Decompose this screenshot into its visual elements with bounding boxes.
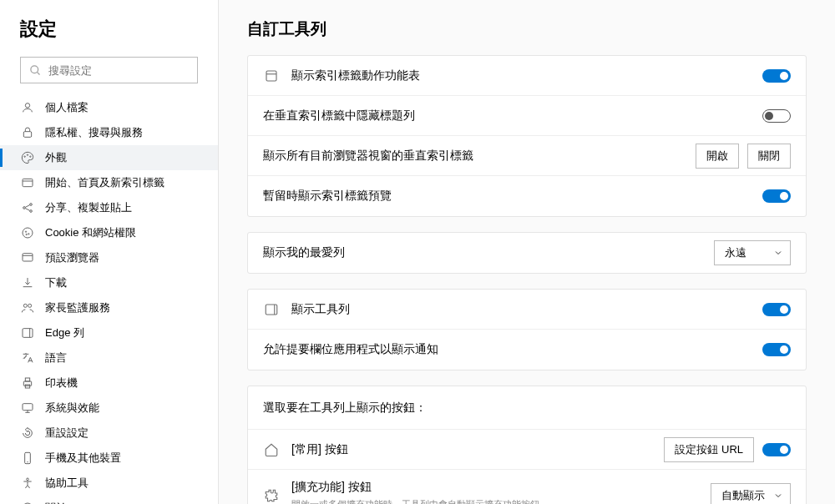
toggle-sidebar-notifications[interactable] (762, 343, 791, 356)
svg-point-21 (28, 304, 32, 307)
language-icon (20, 350, 35, 365)
row-show-vertical-tabs: 顯示所有目前瀏覽器視窗的垂直索引標籤 開啟 關閉 (248, 136, 806, 176)
set-home-url-button[interactable]: 設定按鈕 URL (664, 437, 754, 462)
search-input[interactable] (48, 64, 189, 77)
svg-point-0 (31, 65, 38, 73)
sidebar-appearance[interactable]: 外觀 (0, 145, 218, 170)
dropdown-value: 自動顯示 (721, 488, 765, 503)
row-label: 顯示我的最愛列 (263, 245, 714, 260)
toggle-home-button[interactable] (762, 443, 791, 456)
page-title: 自訂工具列 (247, 18, 807, 40)
tab-actions-group: 顯示索引標籤動作功能表 在垂直索引標籤中隱藏標題列 顯示所有目前瀏覽器視窗的垂直… (247, 55, 807, 217)
tab-icon (20, 175, 35, 190)
sidebar-family[interactable]: 家長監護服務 (0, 295, 218, 320)
sidebar-item-label: 關於 Microsoft Edge (45, 501, 142, 504)
svg-rect-34 (266, 71, 276, 81)
extension-icon (263, 488, 280, 503)
search-box[interactable] (20, 57, 198, 83)
svg-point-4 (24, 156, 25, 157)
toolbar-icon (263, 302, 280, 317)
row-label: 在垂直索引標籤中隱藏標題列 (263, 108, 762, 123)
sidebar-edge-bar[interactable]: Edge 列 (0, 320, 218, 345)
sidebar-item-label: 家長監護服務 (45, 300, 110, 315)
svg-line-12 (25, 205, 29, 208)
row-sidebar-notifications: 允許提要欄位應用程式以顯示通知 (248, 330, 806, 370)
sidebar-item-label: 隱私權、搜尋與服務 (45, 125, 143, 140)
sidebar-item-label: 手機及其他裝置 (45, 451, 121, 466)
sidebar-start[interactable]: 開始、首頁及新索引標籤 (0, 170, 218, 195)
svg-rect-27 (23, 404, 33, 411)
svg-rect-22 (23, 329, 33, 338)
family-icon (20, 300, 35, 315)
toggle-show-toolbar[interactable] (762, 303, 791, 316)
svg-rect-3 (23, 132, 31, 138)
row-tab-actions: 顯示索引標籤動作功能表 (248, 56, 806, 96)
svg-rect-18 (23, 254, 33, 261)
chevron-down-icon (773, 248, 783, 258)
svg-point-9 (23, 207, 26, 209)
cookie-icon (20, 225, 35, 240)
sidebar-languages[interactable]: 語言 (0, 345, 218, 370)
row-sublabel: 開啟一或多個擴充功能時，工具列中會自動顯示擴充功能按鈕。 (291, 498, 711, 504)
svg-line-13 (25, 209, 29, 211)
nav-list: 個人檔案 隱私權、搜尋與服務 外觀 開始、首頁及新索引標籤 分享、複製並貼上 C… (0, 95, 218, 504)
close-button[interactable]: 關閉 (747, 144, 791, 169)
row-home-button: [常用] 按鈕 設定按鈕 URL (248, 430, 806, 470)
appearance-icon (20, 150, 35, 165)
printer-icon (20, 375, 35, 391)
svg-point-15 (25, 231, 26, 232)
svg-point-32 (27, 478, 29, 481)
edge-icon (20, 501, 35, 504)
row-label: [擴充功能] 按鈕 (291, 480, 711, 495)
sidebar-printers[interactable]: 印表機 (0, 370, 218, 396)
svg-point-11 (30, 210, 33, 213)
sidebar-privacy[interactable]: 隱私權、搜尋與服務 (0, 120, 218, 145)
svg-rect-26 (25, 385, 29, 388)
toggle-hide-titlebar[interactable] (762, 109, 791, 123)
sidebar-about[interactable]: 關於 Microsoft Edge (0, 496, 218, 504)
toggle-tab-preview[interactable] (762, 189, 791, 203)
open-button[interactable]: 開啟 (696, 144, 739, 169)
svg-rect-25 (25, 378, 29, 381)
sidebar-reset[interactable]: 重設設定 (0, 421, 218, 446)
row-favorites-bar: 顯示我的最愛列 永遠 (248, 233, 806, 273)
sidebar-item-label: 預設瀏覽器 (45, 250, 99, 265)
svg-point-16 (28, 234, 29, 234)
svg-point-6 (30, 156, 31, 157)
sidebar-default-browser[interactable]: 預設瀏覽器 (0, 245, 218, 270)
sidebar-item-label: 外觀 (45, 150, 67, 165)
sidebar-cookies[interactable]: Cookie 和網站權限 (0, 220, 218, 245)
sidebar-share[interactable]: 分享、複製並貼上 (0, 195, 218, 220)
sidebar-system[interactable]: 系統與效能 (0, 396, 218, 421)
row-show-toolbar: 顯示工具列 (248, 290, 806, 330)
toolbar-group: 顯示工具列 允許提要欄位應用程式以顯示通知 (247, 289, 807, 370)
toggle-tab-actions[interactable] (762, 69, 791, 83)
sidebar-mobile[interactable]: 手機及其他裝置 (0, 446, 218, 471)
sidebar-accessibility[interactable]: 協助工具 (0, 471, 218, 496)
row-label: 允許提要欄位應用程式以顯示通知 (263, 342, 762, 357)
phone-icon (20, 451, 35, 466)
chevron-down-icon (773, 491, 783, 501)
sidebar-profile[interactable]: 個人檔案 (0, 95, 218, 120)
reset-icon (20, 426, 35, 441)
svg-rect-7 (23, 179, 33, 186)
share-icon (20, 200, 35, 215)
search-icon (29, 64, 42, 77)
sidebar-downloads[interactable]: 下載 (0, 270, 218, 295)
svg-point-5 (27, 154, 28, 155)
extensions-dropdown[interactable]: 自動顯示 (711, 483, 791, 505)
edgebar-icon (20, 325, 35, 340)
toolbar-buttons-group: 選取要在工具列上顯示的按鈕： [常用] 按鈕 設定按鈕 URL [擴充功能] 按… (247, 386, 807, 504)
sidebar-item-label: 語言 (45, 350, 67, 365)
row-label: 選取要在工具列上顯示的按鈕： (263, 401, 791, 416)
sidebar-item-label: 個人檔案 (45, 100, 89, 115)
row-label: [常用] 按鈕 (291, 442, 664, 457)
svg-point-2 (25, 103, 29, 108)
home-icon (263, 442, 280, 457)
dropdown-value: 永遠 (725, 245, 746, 260)
svg-point-10 (30, 204, 33, 206)
favorites-bar-dropdown[interactable]: 永遠 (714, 240, 791, 265)
lock-icon (20, 125, 35, 140)
sidebar-item-label: 分享、複製並貼上 (45, 200, 132, 215)
svg-line-1 (37, 72, 39, 74)
